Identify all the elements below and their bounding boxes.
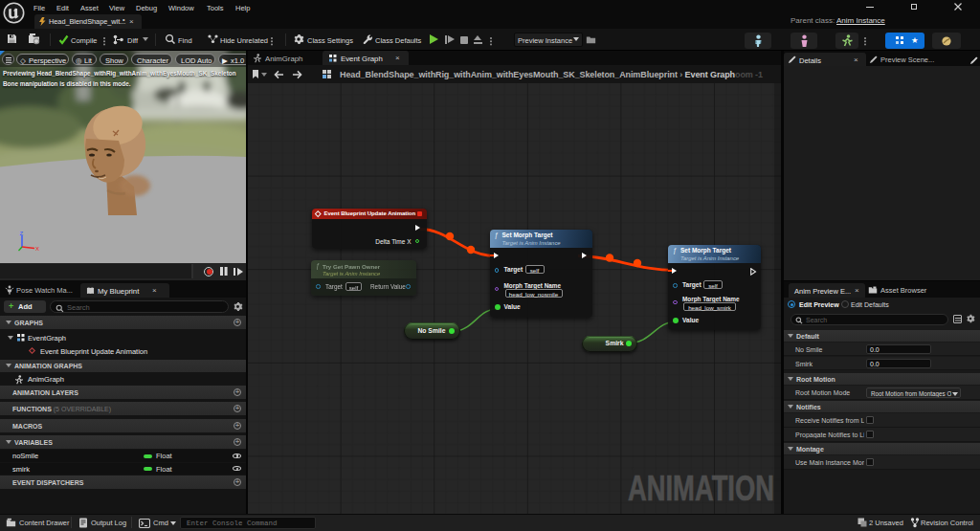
svg-text:Z: Z: [20, 231, 24, 236]
svg-text:ANIMATION: ANIMATION: [628, 469, 774, 508]
svg-text:X: X: [35, 246, 39, 252]
